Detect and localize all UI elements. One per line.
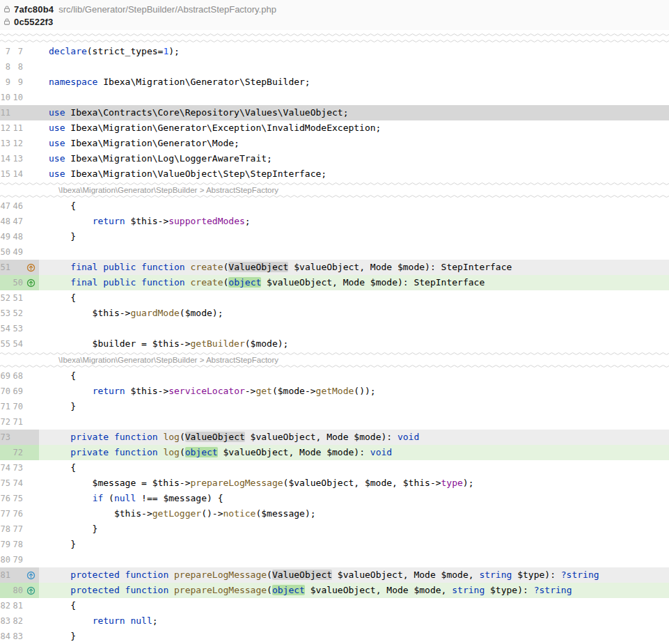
code-line[interactable]: 81 protected function prepareLogMessage(… <box>0 567 669 583</box>
gutter: 5352 <box>0 306 39 321</box>
revision-hash-before[interactable]: 7afc80b4 <box>14 4 54 15</box>
code-line[interactable]: 5251 { <box>0 290 669 306</box>
gutter-icon-slot <box>23 521 39 537</box>
code-token: ValueObject <box>185 432 245 442</box>
code-line[interactable]: 7170 } <box>0 399 669 414</box>
old-line-number: 77 <box>0 506 10 521</box>
old-line-number: 47 <box>0 198 10 214</box>
code-line[interactable]: 11use Ibexa\Contracts\Core\Repository\Va… <box>0 105 669 120</box>
revision-hash-after[interactable]: 0c5522f3 <box>14 17 54 27</box>
old-line-number: 76 <box>0 491 10 506</box>
code-token: $type): <box>512 570 560 580</box>
new-line-number: 47 <box>10 214 23 229</box>
code-line[interactable]: 99namespace Ibexa\Migration\Generator\St… <box>0 74 669 90</box>
code-token: ); <box>168 46 180 56</box>
code-text <box>39 244 669 260</box>
code-text: use Ibexa\Contracts\Core\Repository\Valu… <box>39 105 669 120</box>
old-line-number: 78 <box>0 521 10 537</box>
code-token: getMode <box>316 386 354 396</box>
code-text: } <box>39 399 669 414</box>
code-line[interactable]: 8079 <box>0 552 669 567</box>
code-token: use <box>49 153 65 164</box>
gutter-icon-slot <box>23 136 39 151</box>
lock-icon <box>2 5 12 13</box>
code-token: function <box>125 570 169 580</box>
code-line[interactable]: 5049 <box>0 244 669 260</box>
code-text: } <box>39 537 669 552</box>
gutter-icon-slot <box>23 598 39 613</box>
code-line[interactable]: 50 final public function create(object $… <box>0 275 669 290</box>
old-line-number: 84 <box>0 629 10 644</box>
gutter-icon-slot <box>23 105 39 120</box>
code-token: $valueObject, <box>245 432 326 442</box>
code-token: type <box>441 478 463 488</box>
code-line[interactable]: 6968 { <box>0 368 669 384</box>
gutter-icon-slot <box>23 44 39 59</box>
code-line[interactable]: 72 private function log(object $valueObj… <box>0 445 669 460</box>
code-token <box>168 570 174 580</box>
gutter: 1514 <box>0 166 39 182</box>
code-line[interactable]: 80 protected function prepareLogMessage(… <box>0 583 669 598</box>
gutter-icon-slot <box>23 583 39 598</box>
code-token: Ibexa\Migration\Generator\Mode; <box>65 138 239 148</box>
code-line[interactable]: 8382 return null; <box>0 613 669 629</box>
gutter-icon-slot <box>23 275 39 290</box>
code-line[interactable]: 5554 $builder = $this->getBuilder($mode)… <box>0 336 669 352</box>
overridden-method-icon[interactable] <box>26 586 36 595</box>
gutter: 7675 <box>0 491 39 506</box>
new-line-number: 49 <box>10 244 23 260</box>
code-line[interactable]: 1413use Ibexa\Migration\Log\LoggerAwareT… <box>0 151 669 166</box>
code-token: (strict_types= <box>87 46 164 56</box>
code-token: guardMode <box>130 308 179 318</box>
code-token: function <box>114 432 158 442</box>
code-token: protected <box>70 570 119 580</box>
code-line[interactable]: 1211use Ibexa\Migration\Generator\Except… <box>0 120 669 136</box>
overriding-method-icon[interactable] <box>26 263 36 272</box>
code-line[interactable]: 5453 <box>0 321 669 336</box>
code-line[interactable]: 73 private function log(ValueObject $val… <box>0 430 669 445</box>
code-token <box>49 570 70 580</box>
lock-icon-glyph <box>3 17 11 26</box>
code-token: { <box>49 462 76 473</box>
code-line[interactable]: 8281 { <box>0 598 669 613</box>
gutter: 1211 <box>0 120 39 136</box>
code-line[interactable]: 7776 $this->getLogger()->notice($message… <box>0 506 669 521</box>
collapsed-region-separator[interactable] <box>0 32 669 44</box>
overridden-method-icon[interactable] <box>26 571 36 580</box>
code-line[interactable]: 8483 } <box>0 629 669 644</box>
gutter: 1312 <box>0 136 39 151</box>
code-line[interactable]: 4746 { <box>0 198 669 214</box>
collapsed-region-separator[interactable]: \Ibexa\Migration\Generator\StepBuilder >… <box>0 182 669 198</box>
code-line[interactable]: 1010 <box>0 90 669 105</box>
code-line[interactable]: 7978 } <box>0 537 669 552</box>
code-token: $valueObject, <box>332 570 414 580</box>
lock-icon-glyph <box>3 5 11 13</box>
code-line[interactable]: 7675 if (null !== $message) { <box>0 491 669 506</box>
file-path: src/lib/Generator/StepBuilder/AbstractSt… <box>58 4 276 15</box>
code-line[interactable]: 4847 return $this->supportedModes; <box>0 214 669 229</box>
collapsed-region-separator[interactable]: \Ibexa\Migration\Generator\StepBuilder >… <box>0 352 669 368</box>
code-line[interactable]: 1514use Ibexa\Migration\ValueObject\Step… <box>0 166 669 182</box>
code-line[interactable]: 7473 { <box>0 460 669 476</box>
old-line-number: 13 <box>0 136 10 151</box>
gutter: 8382 <box>0 613 39 629</box>
overriding-method-icon[interactable] <box>26 278 36 288</box>
code-line[interactable]: 5352 $this->guardMode($mode); <box>0 306 669 321</box>
code-token: Mode <box>370 262 392 272</box>
code-line[interactable]: 77declare(strict_types=1); <box>0 44 669 59</box>
gutter: 7271 <box>0 414 39 430</box>
code-token <box>136 262 141 272</box>
code-token: namespace <box>49 77 97 87</box>
code-line[interactable]: 7877 } <box>0 521 669 537</box>
new-line-number: 46 <box>10 198 23 214</box>
code-line[interactable]: 7069 return $this->serviceLocator->get($… <box>0 384 669 399</box>
code-line[interactable]: 7271 <box>0 414 669 430</box>
code-line[interactable]: 51 final public function create(ValueObj… <box>0 260 669 275</box>
code-line[interactable]: 1312use Ibexa\Migration\Generator\Mode; <box>0 136 669 151</box>
code-line[interactable]: 7574 $message = $this->prepareLogMessage… <box>0 476 669 491</box>
new-line-number: 14 <box>10 166 23 182</box>
new-line-number: 13 <box>10 151 23 166</box>
code-token <box>49 277 70 288</box>
code-line[interactable]: 4948 } <box>0 229 669 244</box>
code-line[interactable]: 88 <box>0 59 669 74</box>
